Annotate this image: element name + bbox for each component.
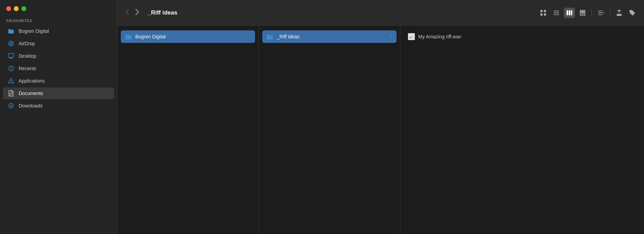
group-by-button[interactable] <box>595 8 606 18</box>
sidebar-item-label: Documents <box>19 91 43 96</box>
svg-rect-23 <box>569 10 570 15</box>
svg-point-32 <box>631 11 632 12</box>
svg-rect-18 <box>544 13 546 15</box>
sidebar-item-downloads[interactable]: Downloads <box>3 100 114 112</box>
folder-icon <box>125 33 132 40</box>
columns-area: Bogren Digital › _Riff ideas › WAV <box>117 26 644 234</box>
svg-rect-21 <box>554 14 559 15</box>
svg-rect-25 <box>580 10 585 13</box>
sidebar-item-bogren-digital[interactable]: Bogren Digital <box>3 25 114 37</box>
folder-icon <box>8 28 14 35</box>
sidebar-item-applications[interactable]: Applications <box>3 75 114 87</box>
svg-rect-28 <box>584 14 586 16</box>
path-title: _Riff ideas <box>148 9 177 16</box>
svg-rect-16 <box>544 10 546 12</box>
column-item-arrow: › <box>391 34 392 39</box>
svg-rect-19 <box>554 10 559 11</box>
gallery-view-button[interactable] <box>577 8 588 18</box>
back-button[interactable] <box>124 8 131 18</box>
sidebar-item-label: Applications <box>19 78 45 84</box>
minimize-button[interactable] <box>14 6 19 11</box>
svg-rect-15 <box>540 10 543 12</box>
column-item-label: Bogren Digital <box>135 34 246 39</box>
nav-buttons <box>124 8 141 18</box>
svg-rect-3 <box>8 54 14 57</box>
svg-rect-20 <box>554 12 559 13</box>
svg-rect-22 <box>567 10 568 15</box>
tag-button[interactable] <box>627 8 638 18</box>
sidebar-item-label: Recents <box>19 66 36 71</box>
sidebar-item-airdrop[interactable]: AirDrop <box>3 38 114 49</box>
applications-icon <box>8 77 14 84</box>
svg-rect-5 <box>9 58 13 59</box>
column-item-bogren-digital[interactable]: Bogren Digital › <box>121 30 255 43</box>
toolbar-divider2 <box>610 9 610 17</box>
forward-button[interactable] <box>133 8 141 18</box>
sidebar-item-label: Bogren Digital <box>19 28 49 34</box>
window-controls <box>0 0 117 15</box>
svg-rect-29 <box>598 10 603 11</box>
column-view-button[interactable] <box>564 8 575 18</box>
svg-rect-26 <box>580 14 582 16</box>
sidebar-item-label: Downloads <box>19 103 42 109</box>
file-item-riff-wav[interactable]: WAV My Amazing riff.wav <box>404 30 641 43</box>
svg-point-2 <box>11 43 11 44</box>
sidebar-item-desktop[interactable]: Desktop <box>3 50 114 62</box>
wav-file-icon: WAV <box>408 33 415 40</box>
sidebar-item-documents[interactable]: Documents <box>3 87 114 99</box>
svg-rect-24 <box>571 10 573 15</box>
svg-rect-4 <box>10 58 12 58</box>
toolbar-right <box>538 8 638 18</box>
column-item-arrow: › <box>250 34 251 39</box>
airdrop-icon <box>8 40 14 47</box>
toolbar-divider <box>592 9 592 17</box>
maximize-button[interactable] <box>21 6 26 11</box>
list-view-button[interactable] <box>551 8 562 18</box>
downloads-icon <box>8 102 14 109</box>
sidebar-item-label: Desktop <box>19 53 36 59</box>
sidebar-item-recents[interactable]: Recents <box>3 63 114 74</box>
sidebar: Favourites Bogren Digital AirDrop Deskto… <box>0 0 117 234</box>
column-item-riff-ideas[interactable]: _Riff ideas › <box>262 30 397 43</box>
icon-view-button[interactable] <box>538 8 549 18</box>
svg-text:WAV: WAV <box>409 36 412 38</box>
recents-icon <box>8 65 14 72</box>
file-column: WAV My Amazing riff.wav <box>400 26 644 234</box>
svg-point-9 <box>11 82 11 83</box>
svg-rect-27 <box>582 14 584 16</box>
column-1: Bogren Digital › <box>117 26 259 234</box>
toolbar: _Riff ideas <box>117 0 644 26</box>
file-item-label: My Amazing riff.wav <box>418 34 636 39</box>
column-item-label: _Riff ideas <box>277 34 388 39</box>
desktop-icon <box>8 53 14 59</box>
favourites-label: Favourites <box>0 15 117 25</box>
main-content: _Riff ideas <box>117 0 644 234</box>
svg-rect-17 <box>540 13 543 15</box>
sidebar-item-label: AirDrop <box>19 41 35 46</box>
svg-rect-31 <box>598 14 603 15</box>
svg-rect-30 <box>598 12 603 13</box>
close-button[interactable] <box>6 6 11 11</box>
column-2: _Riff ideas › <box>259 26 400 234</box>
folder-icon <box>266 33 273 40</box>
documents-icon <box>8 90 14 97</box>
share-button[interactable] <box>614 8 625 18</box>
